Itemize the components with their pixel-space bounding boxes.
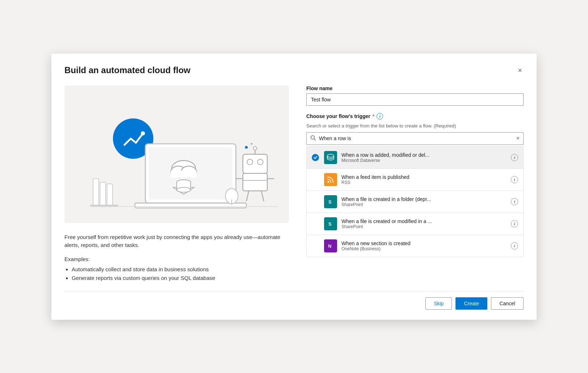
svg-line-23 (246, 191, 249, 201)
right-panel: Flow name Choose your flow's trigger * i… (306, 85, 524, 282)
dataverse-icon (324, 151, 337, 164)
info-circle-icon: i (511, 242, 518, 250)
trigger-text-sharepoint2: When a file is created or modified in a … (341, 218, 507, 229)
svg-rect-19 (243, 173, 267, 190)
clear-search-button[interactable]: × (516, 135, 520, 141)
search-hint: Search or select a trigger from the list… (306, 123, 524, 129)
svg-line-35 (314, 139, 316, 140)
trigger-info-button-sharepoint1[interactable]: i (511, 198, 518, 205)
trigger-info-button-onenote[interactable]: i (511, 242, 518, 250)
examples-title: Examples: (64, 256, 289, 262)
sharepoint2-icon: S (324, 217, 337, 230)
trigger-name: When a file is created in a folder (depr… (341, 196, 507, 202)
left-panel: Free yourself from repetitive work just … (64, 85, 289, 282)
trigger-search-box: × (306, 132, 524, 145)
description-text: Free yourself from repetitive work just … (64, 233, 289, 250)
examples-list: Automatically collect and store data in … (64, 265, 289, 282)
illustration (64, 85, 289, 223)
svg-rect-26 (100, 182, 105, 206)
trigger-text-onenote: When a new section is created OneNote (B… (341, 240, 507, 251)
modal-container: Build an automated cloud flow × (51, 54, 537, 320)
check-wrap (312, 154, 320, 161)
svg-rect-27 (107, 184, 113, 206)
example-item: Generate reports via custom queries on y… (72, 274, 289, 282)
svg-point-18 (253, 146, 257, 150)
trigger-name: When a file is created or modified in a … (341, 218, 507, 224)
trigger-info-icon[interactable]: i (377, 113, 383, 120)
svg-text:N: N (328, 243, 331, 249)
svg-point-36 (327, 154, 334, 157)
flow-name-field: Flow name (306, 85, 524, 113)
svg-text:S: S (328, 199, 332, 205)
info-circle-icon: i (511, 176, 518, 183)
svg-text:S: S (328, 221, 332, 227)
trigger-source: OneNote (Business) (341, 246, 507, 251)
trigger-label-row: Choose your flow's trigger * i (306, 113, 524, 120)
svg-rect-25 (93, 179, 98, 206)
svg-point-31 (245, 146, 248, 148)
flow-name-input[interactable] (306, 93, 524, 106)
trigger-item-sharepoint2[interactable]: S When a file is created or modified in … (307, 213, 523, 235)
onenote-icon: N (324, 239, 337, 252)
trigger-search-input[interactable] (319, 135, 513, 141)
search-icon (310, 135, 316, 142)
svg-point-32 (251, 143, 252, 144)
info-circle-icon: i (511, 154, 518, 161)
trigger-source: Microsoft Dataverse (341, 158, 507, 163)
svg-point-16 (257, 159, 263, 164)
check-circle (312, 154, 319, 161)
close-button[interactable]: × (516, 65, 524, 75)
cancel-button[interactable]: Cancel (491, 297, 524, 310)
trigger-list: When a row is added, modified or del... … (306, 146, 524, 257)
trigger-text-sharepoint1: When a file is created in a folder (depr… (341, 196, 507, 207)
rss-icon (324, 173, 337, 186)
trigger-item-sharepoint1[interactable]: S When a file is created in a folder (de… (307, 191, 523, 213)
sharepoint1-icon: S (324, 195, 337, 208)
trigger-info-button-sharepoint2[interactable]: i (511, 220, 518, 227)
modal-body: Free yourself from repetitive work just … (64, 85, 524, 282)
trigger-source: RSS (341, 180, 507, 185)
trigger-info-button-dataverse[interactable]: i (511, 154, 518, 161)
trigger-label: Choose your flow's trigger (306, 113, 370, 119)
modal-title: Build an automated cloud flow (64, 65, 190, 75)
svg-point-11 (177, 187, 190, 192)
trigger-name: When a feed item is published (341, 174, 507, 180)
required-star: * (373, 113, 374, 119)
svg-rect-14 (243, 154, 267, 173)
trigger-item-onenote[interactable]: N When a new section is created OneNote … (307, 235, 523, 257)
trigger-name: When a row is added, modified or del... (341, 152, 507, 158)
skip-button[interactable]: Skip (425, 297, 452, 310)
trigger-name: When a new section is created (341, 240, 507, 246)
flow-name-label: Flow name (306, 85, 524, 91)
modal-footer: Skip Create Cancel (64, 291, 524, 310)
svg-rect-8 (171, 171, 197, 177)
trigger-text-rss: When a feed item is published RSS (341, 174, 507, 185)
info-circle-icon: i (511, 220, 518, 227)
svg-rect-4 (135, 203, 247, 208)
svg-line-24 (261, 191, 264, 201)
trigger-item-dataverse[interactable]: When a row is added, modified or del... … (307, 147, 523, 169)
trigger-text-dataverse: When a row is added, modified or del... … (341, 152, 507, 163)
svg-point-37 (328, 181, 329, 183)
trigger-source: SharePoint (341, 224, 507, 229)
svg-point-15 (247, 159, 252, 164)
trigger-info-button-rss[interactable]: i (511, 176, 518, 183)
trigger-item-rss[interactable]: When a feed item is published RSS i (307, 169, 523, 191)
trigger-source: SharePoint (341, 202, 507, 207)
create-button[interactable]: Create (455, 297, 487, 310)
info-circle-icon: i (511, 198, 518, 205)
svg-point-1 (141, 131, 145, 135)
modal-header: Build an automated cloud flow × (64, 65, 524, 75)
example-item: Automatically collect and store data in … (72, 265, 289, 274)
